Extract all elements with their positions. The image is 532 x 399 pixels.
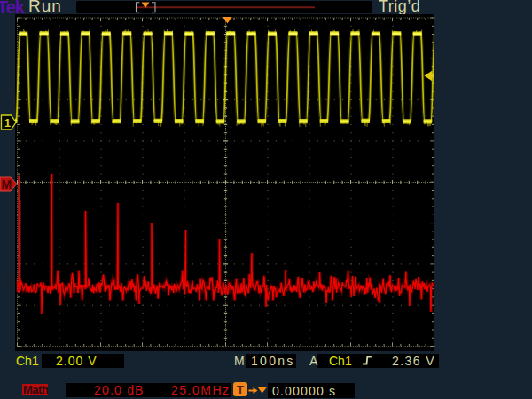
svg-text:M: M xyxy=(2,177,12,192)
svg-text:1: 1 xyxy=(4,117,11,129)
